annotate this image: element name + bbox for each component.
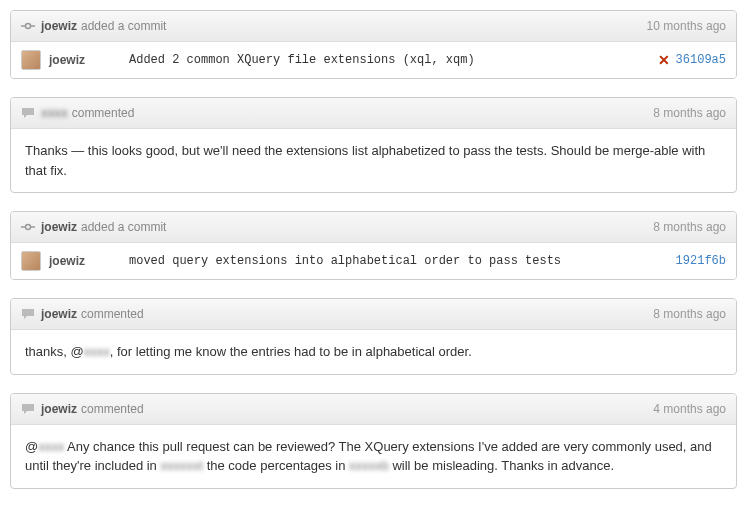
commit-message[interactable]: Added 2 common XQuery file extensions (x…: [129, 53, 658, 67]
commit-icon: [21, 19, 35, 33]
comment-block: joewiz commented 8 months ago thanks, @x…: [10, 298, 737, 375]
comment-body: Thanks — this looks good, but we'll need…: [11, 129, 736, 192]
comment-header: joewiz commented 4 months ago: [11, 394, 736, 425]
text: , for letting me know the entries had to…: [110, 344, 472, 359]
header-user[interactable]: joewiz: [41, 307, 77, 321]
text: thanks, @: [25, 344, 84, 359]
commit-header: joewiz added a commit 10 months ago: [11, 11, 736, 42]
header-time: 4 months ago: [653, 402, 726, 416]
commit-block: joewiz added a commit 8 months ago joewi…: [10, 211, 737, 280]
header-time: 10 months ago: [647, 19, 726, 33]
comment-icon: [21, 106, 35, 120]
comment-header: joewiz commented 8 months ago: [11, 299, 736, 330]
svg-point-0: [26, 24, 31, 29]
header-action: commented: [81, 307, 144, 321]
comment-block: joewiz commented 4 months ago @xxxx Any …: [10, 393, 737, 489]
comment-body: @xxxx Any chance this pull request can b…: [11, 425, 736, 488]
comment-icon: [21, 307, 35, 321]
commit-block: joewiz added a commit 10 months ago joew…: [10, 10, 737, 79]
header-user[interactable]: joewiz: [41, 220, 77, 234]
comment-header: xxxx commented 8 months ago: [11, 98, 736, 129]
avatar[interactable]: [21, 50, 41, 70]
header-user[interactable]: joewiz: [41, 402, 77, 416]
avatar[interactable]: [21, 251, 41, 271]
mention: xxxxxxt: [160, 458, 203, 473]
commit-author[interactable]: joewiz: [49, 254, 129, 268]
commit-sha-link[interactable]: 36109a5: [676, 53, 726, 67]
mention[interactable]: xxxx: [84, 344, 110, 359]
header-action: added a commit: [81, 220, 166, 234]
commit-icon: [21, 220, 35, 234]
status-fail-icon[interactable]: ✕: [658, 52, 670, 68]
text: @: [25, 439, 38, 454]
header-user[interactable]: joewiz: [41, 19, 77, 33]
commit-sha-link[interactable]: 1921f6b: [676, 254, 726, 268]
header-time: 8 months ago: [653, 307, 726, 321]
commit-header: joewiz added a commit 8 months ago: [11, 212, 736, 243]
header-user[interactable]: xxxx: [41, 106, 68, 120]
header-action: added a commit: [81, 19, 166, 33]
commit-author[interactable]: joewiz: [49, 53, 129, 67]
mention[interactable]: xxxx: [38, 439, 64, 454]
comment-icon: [21, 402, 35, 416]
commit-row: joewiz Added 2 common XQuery file extens…: [11, 42, 736, 78]
header-action: commented: [81, 402, 144, 416]
header-time: 8 months ago: [653, 220, 726, 234]
comment-body: thanks, @xxxx, for letting me know the e…: [11, 330, 736, 374]
commit-message[interactable]: moved query extensions into alphabetical…: [129, 254, 676, 268]
mention: xxxxxb: [349, 458, 389, 473]
header-action: commented: [72, 106, 135, 120]
svg-point-3: [26, 225, 31, 230]
header-time: 8 months ago: [653, 106, 726, 120]
comment-block: xxxx commented 8 months ago Thanks — thi…: [10, 97, 737, 193]
commit-row: joewiz moved query extensions into alpha…: [11, 243, 736, 279]
text: the code percentages in: [203, 458, 349, 473]
text: will be misleading. Thanks in advance.: [389, 458, 614, 473]
